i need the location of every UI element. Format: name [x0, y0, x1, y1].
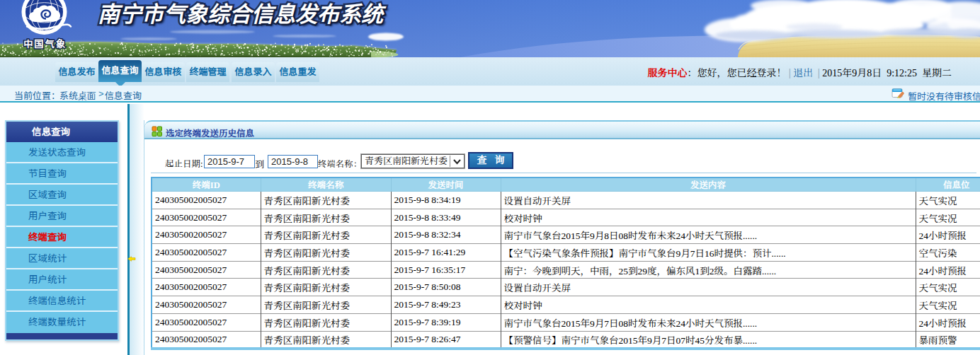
- svg-text:中国气象: 中国气象: [23, 38, 67, 50]
